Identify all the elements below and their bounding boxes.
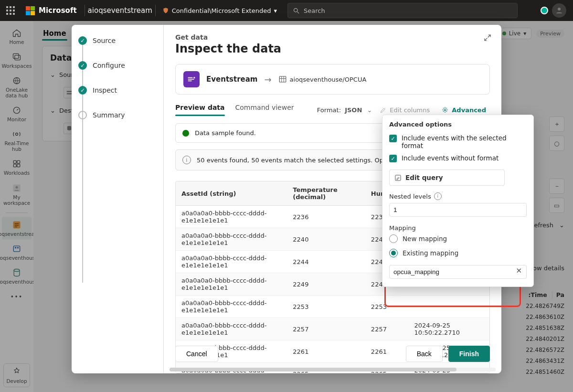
pencil-icon bbox=[380, 106, 387, 114]
eventstream-badge-icon bbox=[183, 71, 200, 87]
cell-temperature: 2240 bbox=[287, 228, 365, 251]
modal-footer: Cancel Back Finish bbox=[175, 346, 490, 362]
chevron-down-icon: ▾ bbox=[274, 7, 277, 14]
sample-found-text: Data sample found. bbox=[195, 129, 256, 137]
modal-tabs: Preview data Command viewer Format: JSON… bbox=[164, 95, 501, 117]
presence-indicator bbox=[541, 7, 548, 14]
cell-assetid: a0a0a0a0-bbbb-cccc-dddd-e1e1e1e1e1e1 bbox=[176, 273, 287, 296]
cell-temperature: 2257 bbox=[287, 318, 365, 340]
cell-assetid: a0a0a0a0-bbbb-cccc-dddd-e1e1e1e1e1e1 bbox=[176, 318, 287, 340]
chevron-down-icon: ⌄ bbox=[367, 106, 372, 114]
checkbox-checked-icon: ✓ bbox=[389, 155, 397, 162]
format-dropdown[interactable]: Format: JSON ⌄ bbox=[317, 106, 372, 114]
check-icon: ✓ bbox=[78, 86, 87, 95]
back-button[interactable]: Back bbox=[406, 346, 443, 362]
cell-timestamp bbox=[408, 296, 489, 318]
modal-title: Inspect the data bbox=[175, 42, 490, 55]
svg-line-1 bbox=[297, 11, 299, 13]
step-inspect[interactable]: ✓Inspect bbox=[78, 86, 157, 95]
finish-button[interactable]: Finish bbox=[448, 346, 490, 362]
app-launcher-button[interactable] bbox=[0, 6, 21, 15]
radio-selected-icon bbox=[389, 249, 398, 257]
gear-icon bbox=[441, 106, 449, 114]
cell-assetid: a0a0a0a0-bbbb-cccc-dddd-e1e1e1e1e1e1 bbox=[176, 251, 287, 273]
search-placeholder: Search bbox=[304, 7, 325, 14]
cell-temperature: 2236 bbox=[287, 206, 365, 228]
mapping-label: Mapping bbox=[389, 224, 527, 232]
checkbox-include-without-format[interactable]: ✓ Include events without format bbox=[389, 152, 527, 165]
separator bbox=[85, 5, 85, 16]
edit-columns-button[interactable]: Edit columns bbox=[380, 106, 430, 114]
person-icon bbox=[555, 6, 563, 15]
source-name: Eventstream bbox=[206, 75, 257, 84]
brand: Microsoft bbox=[21, 6, 82, 15]
success-icon bbox=[182, 130, 189, 137]
pencil-square-icon bbox=[394, 174, 402, 181]
top-header: Microsoft aioqseventstream Confidential\… bbox=[0, 0, 573, 21]
destination: aioqseventhouse/OPCUA bbox=[278, 75, 367, 84]
existing-mapping-input[interactable] bbox=[389, 265, 527, 279]
checkbox-checked-icon: ✓ bbox=[389, 135, 397, 142]
radio-new-mapping[interactable]: New mapping bbox=[389, 232, 527, 246]
workspace-name[interactable]: aioqseventstream bbox=[88, 6, 152, 15]
shield-icon bbox=[162, 7, 169, 14]
sensitivity-dropdown[interactable]: Confidential\Microsoft Extended ▾ bbox=[159, 7, 281, 14]
wizard-steps: ✓Source ✓Configure ✓Inspect Summary bbox=[72, 25, 164, 373]
cell-temperature: 2249 bbox=[287, 273, 365, 296]
cell-assetid: a0a0a0a0-bbbb-cccc-dddd-e1e1e1e1e1e1 bbox=[176, 206, 287, 228]
step-source[interactable]: ✓Source bbox=[78, 36, 157, 45]
cell-humidity: 2253 bbox=[365, 296, 409, 318]
cell-temperature: 2253 bbox=[287, 296, 365, 318]
nested-levels-input[interactable] bbox=[389, 203, 527, 217]
col-assetid[interactable]: AssetId (string) bbox=[176, 181, 287, 206]
cancel-button[interactable]: Cancel bbox=[175, 346, 218, 362]
sensitivity-label: Confidential\Microsoft Extended bbox=[172, 7, 271, 14]
check-icon: ✓ bbox=[78, 36, 87, 45]
info-icon: i bbox=[182, 156, 191, 164]
info-icon[interactable]: i bbox=[434, 192, 442, 200]
svg-point-23 bbox=[193, 77, 195, 78]
search-input[interactable]: Search bbox=[287, 3, 518, 18]
col-temperature[interactable]: Temperature (decimal) bbox=[287, 181, 365, 206]
step-summary[interactable]: Summary bbox=[78, 111, 157, 119]
search-wrap: Search bbox=[287, 3, 518, 18]
svg-rect-24 bbox=[279, 76, 286, 82]
cell-humidity: 2257 bbox=[365, 318, 409, 340]
cell-temperature: 2244 bbox=[287, 251, 365, 273]
search-icon bbox=[293, 7, 300, 14]
table-row[interactable]: a0a0a0a0-bbbb-cccc-dddd-e1e1e1e1e1e1 225… bbox=[176, 296, 489, 318]
popover-title: Advanced options bbox=[389, 121, 527, 128]
expand-icon[interactable] bbox=[483, 33, 492, 42]
brand-label: Microsoft bbox=[39, 6, 77, 15]
tab-command-viewer[interactable]: Command viewer bbox=[235, 104, 294, 116]
table-row[interactable]: a0a0a0a0-bbbb-cccc-dddd-e1e1e1e1e1e1 225… bbox=[176, 318, 489, 340]
step-configure[interactable]: ✓Configure bbox=[78, 61, 157, 70]
clear-icon[interactable]: ✕ bbox=[516, 266, 522, 275]
source-destination-card: Eventstream → aioqseventhouse/OPCUA bbox=[175, 64, 490, 95]
table-icon bbox=[278, 75, 287, 84]
waffle-icon bbox=[6, 6, 15, 15]
check-icon: ✓ bbox=[78, 61, 87, 70]
advanced-popover: Advanced options ✓ Include events with t… bbox=[382, 115, 534, 287]
checkbox-include-selected-format[interactable]: ✓ Include events with the selected forma… bbox=[389, 132, 527, 152]
cell-assetid: a0a0a0a0-bbbb-cccc-dddd-e1e1e1e1e1e1 bbox=[176, 228, 287, 251]
arrow-right-icon: → bbox=[264, 74, 271, 85]
separator bbox=[155, 5, 156, 16]
avatar[interactable] bbox=[552, 3, 566, 18]
modal-eyebrow: Get data bbox=[175, 33, 490, 41]
cell-timestamp: 2024-09-25 10:50:22.2710 bbox=[408, 318, 489, 340]
cell-assetid: a0a0a0a0-bbbb-cccc-dddd-e1e1e1e1e1e1 bbox=[176, 296, 287, 318]
radio-existing-mapping[interactable]: Existing mapping bbox=[389, 246, 527, 260]
svg-point-0 bbox=[294, 8, 297, 12]
circle-icon bbox=[78, 111, 87, 119]
microsoft-logo-icon bbox=[26, 6, 35, 15]
svg-point-2 bbox=[558, 8, 561, 11]
radio-icon bbox=[389, 234, 398, 243]
edit-query-button[interactable]: Edit query bbox=[389, 170, 505, 186]
svg-point-25 bbox=[444, 109, 446, 111]
nested-levels-label: Nested levels i bbox=[389, 192, 527, 200]
tab-preview-data[interactable]: Preview data bbox=[175, 104, 225, 116]
horizontal-scrollbar[interactable] bbox=[170, 368, 496, 371]
